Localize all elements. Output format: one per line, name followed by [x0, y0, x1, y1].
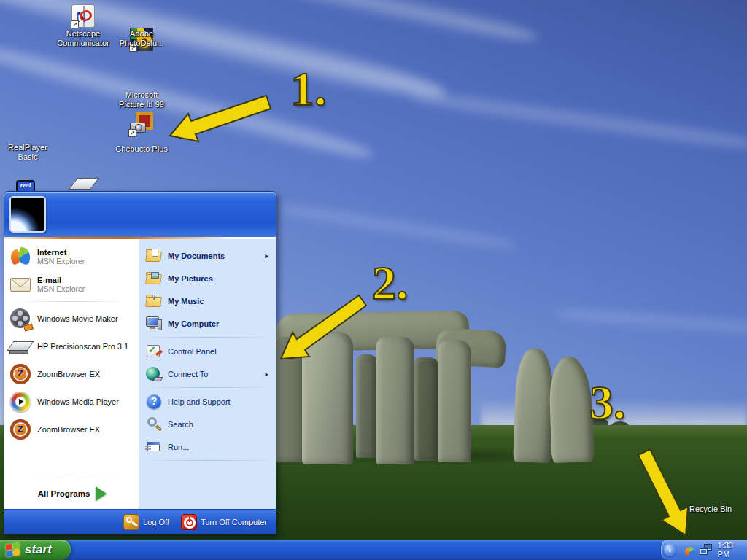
separator	[15, 478, 130, 478]
windows-flag-icon	[6, 542, 21, 557]
desktop-icon-pictureit[interactable]: ↗	[130, 112, 153, 136]
cloud-streak	[277, 200, 517, 253]
folder-music-icon: ♪	[145, 292, 163, 310]
submenu-arrow-icon: ▸	[265, 252, 268, 260]
tray-collapse-chevron[interactable]: ‹	[664, 544, 676, 556]
item-title: Internet	[37, 248, 85, 257]
item-label: Control Panel	[168, 347, 217, 356]
item-subtitle: MSN Explorer	[37, 257, 85, 265]
item-title: ZoomBrowser EX	[37, 425, 100, 434]
menu-item-run[interactable]: Run...	[144, 435, 273, 458]
shortcut-arrow-icon: ↗	[71, 20, 79, 28]
desktop-icon-label[interactable]: Microsoft Picture It! 99	[112, 90, 171, 109]
start-button-label: start	[25, 542, 52, 557]
power-icon	[181, 514, 197, 530]
item-label: Search	[168, 420, 193, 429]
all-programs-label: All Programs	[38, 489, 90, 498]
menu-item-help-support[interactable]: ? Help and Support	[144, 390, 273, 413]
msn-tray-icon[interactable]	[684, 546, 692, 554]
item-label: Run...	[168, 443, 189, 451]
turn-off-computer-button[interactable]: Turn Off Computer	[181, 514, 267, 530]
globe-icon	[145, 365, 163, 383]
menu-item-media-player[interactable]: Windows Media Player	[7, 388, 137, 416]
help-icon: ?	[145, 393, 163, 411]
log-off-label: Log Off	[143, 518, 169, 526]
places-column: My Documents ▸ My Pictures ♪ My Music My…	[139, 239, 276, 509]
folder-documents-icon	[145, 247, 163, 265]
item-label: My Computer	[168, 319, 219, 328]
run-icon	[145, 438, 163, 456]
menu-item-control-panel[interactable]: ✓ Control Panel	[144, 340, 273, 362]
start-menu-header	[4, 192, 276, 237]
folder-pictures-icon	[145, 270, 163, 287]
cloud-streak	[554, 306, 747, 336]
desktop-icon-realplayer-partial[interactable]: real	[16, 180, 35, 191]
log-off-button[interactable]: Log Off	[123, 514, 169, 530]
menu-item-connect-to[interactable]: Connect To ▸	[144, 362, 273, 385]
separator	[150, 337, 267, 338]
stonehenge-stone	[414, 357, 439, 461]
item-label: My Documents	[168, 252, 225, 260]
item-label: Help and Support	[168, 397, 231, 406]
stonehenge-stone	[513, 348, 554, 463]
menu-item-my-computer[interactable]: My Computer	[144, 312, 273, 335]
taskbar: start ‹ 1:33 PM	[0, 540, 747, 560]
msn-butterfly-icon	[9, 245, 33, 269]
menu-item-my-pictures[interactable]: My Pictures	[144, 267, 273, 289]
desktop-icon-label[interactable]: Recycle Bin	[681, 505, 740, 514]
user-avatar	[9, 196, 46, 233]
separator	[15, 301, 130, 302]
separator	[150, 387, 267, 388]
menu-item-my-music[interactable]: ♪ My Music	[144, 289, 273, 312]
search-icon	[145, 416, 163, 433]
media-player-icon	[9, 390, 33, 414]
stonehenge-stone	[356, 354, 378, 458]
control-panel-icon: ✓	[145, 343, 163, 360]
item-label: Connect To	[168, 370, 208, 378]
menu-item-hp-precisionscan[interactable]: HP Precisionscan Pro 3.1	[7, 332, 137, 360]
stonehenge-stone	[302, 332, 353, 464]
computer-icon	[145, 315, 163, 332]
submenu-arrow-icon: ▸	[265, 370, 268, 378]
menu-item-search[interactable]: Search	[144, 413, 273, 435]
envelope-icon	[9, 273, 33, 297]
menu-item-my-documents[interactable]: My Documents ▸	[144, 244, 273, 267]
all-programs-arrow-icon	[96, 486, 107, 501]
item-title: Windows Media Player	[37, 397, 119, 406]
desktop-icon-label[interactable]: Adobe PhotoDelu...	[114, 29, 169, 48]
start-menu-body: InternetMSN Explorer E-mailMSN Explorer …	[4, 239, 276, 509]
desktop-icon-netscape[interactable]: N ↗	[71, 4, 95, 28]
system-tray: ‹ 1:33 PM	[660, 540, 747, 560]
start-menu-footer: Log Off Turn Off Computer	[4, 509, 276, 534]
all-programs-button[interactable]: All Programs	[7, 481, 137, 506]
desktop-icon-label[interactable]: Netscape Communicator	[48, 29, 118, 48]
stonehenge-stone	[376, 337, 414, 464]
item-title: E-mail	[37, 276, 85, 284]
taskbar-clock[interactable]: 1:33 PM	[716, 541, 747, 559]
desktop-icon-label[interactable]: RealPlayer Basic	[2, 143, 53, 162]
film-reel-icon	[9, 307, 33, 331]
menu-item-zoombrowser-2[interactable]: Z ZoomBrowser EX	[7, 416, 137, 443]
start-button[interactable]: start	[0, 540, 71, 560]
menu-item-internet[interactable]: InternetMSN Explorer	[7, 243, 137, 271]
zoombrowser-icon: Z	[9, 418, 33, 442]
log-off-key-icon	[123, 514, 139, 530]
item-title: ZoomBrowser EX	[37, 370, 100, 378]
item-label: My Music	[168, 297, 204, 306]
network-tray-icon[interactable]	[700, 543, 713, 556]
menu-item-zoombrowser-1[interactable]: Z ZoomBrowser EX	[7, 360, 137, 388]
stonehenge-stone	[548, 356, 594, 463]
scanner-icon	[9, 335, 33, 359]
start-menu: InternetMSN Explorer E-mailMSN Explorer …	[4, 191, 276, 534]
turn-off-label: Turn Off Computer	[201, 518, 267, 526]
item-label: My Pictures	[168, 274, 213, 283]
zoombrowser-icon: Z	[9, 362, 33, 386]
menu-item-movie-maker[interactable]: Windows Movie Maker	[7, 305, 137, 332]
shortcut-arrow-icon: ↗	[128, 129, 136, 137]
item-subtitle: MSN Explorer	[37, 284, 85, 293]
item-title: Windows Movie Maker	[37, 314, 118, 323]
stonehenge-stone	[438, 340, 471, 462]
menu-item-email[interactable]: E-mailMSN Explorer	[7, 271, 137, 298]
separator	[150, 460, 267, 461]
desktop-icon-label[interactable]: Chebucto Plus	[109, 144, 174, 154]
